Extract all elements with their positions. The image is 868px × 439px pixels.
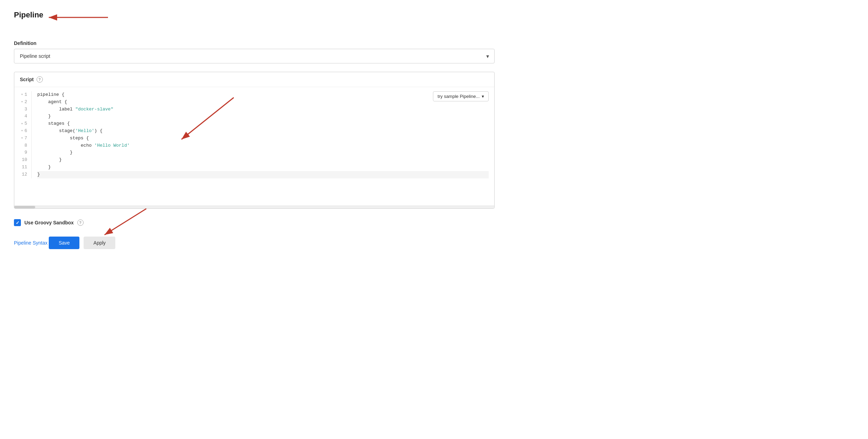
groovy-sandbox-row: Use Groovy Sandbox ?	[14, 219, 854, 226]
arrow-pipeline	[42, 8, 111, 29]
line-num-9: 9	[20, 149, 27, 156]
line-num-7: ▾7	[20, 135, 27, 142]
code-line-11: }	[37, 164, 489, 171]
save-button[interactable]: Save	[49, 237, 79, 249]
script-help-icon[interactable]: ?	[37, 76, 43, 83]
code-line-2: agent {	[37, 99, 489, 106]
line-numbers: ▾1 ▾2 3 4 ▾5 ▾6 ▾7 8 9 10 11 12	[14, 91, 32, 178]
pipeline-syntax-link[interactable]: Pipeline Syntax	[14, 240, 48, 246]
code-line-1: pipeline {	[37, 91, 489, 99]
code-line-7: steps {	[37, 135, 489, 142]
chevron-down-icon: ▾	[482, 94, 484, 99]
code-line-5: stages {	[37, 120, 489, 128]
script-section: Script ? try sample Pipeline... ▾ ▾1 ▾2 …	[14, 72, 495, 209]
script-editor[interactable]: try sample Pipeline... ▾ ▾1 ▾2 3 4 ▾5 ▾6…	[14, 87, 494, 206]
script-label: Script	[20, 77, 34, 82]
try-sample-button[interactable]: try sample Pipeline... ▾	[433, 91, 489, 101]
script-scrollbar[interactable]	[14, 206, 494, 208]
script-header: Script ?	[14, 72, 494, 87]
line-num-1: ▾1	[20, 91, 27, 99]
groovy-sandbox-checkbox[interactable]	[14, 219, 21, 226]
code-container[interactable]: ▾1 ▾2 3 4 ▾5 ▾6 ▾7 8 9 10 11 12 pipeline…	[14, 87, 494, 183]
code-line-9: }	[37, 149, 489, 156]
line-num-12: 12	[20, 171, 27, 178]
groovy-sandbox-label: Use Groovy Sandbox	[24, 220, 74, 225]
line-num-5: ▾5	[20, 120, 27, 128]
line-num-8: 8	[20, 142, 27, 149]
line-num-6: ▾6	[20, 128, 27, 135]
code-line-6: stage('Hello') {	[37, 128, 489, 135]
code-lines[interactable]: pipeline { agent { label "docker-slave" …	[32, 91, 494, 178]
page-title: Pipeline	[14, 10, 43, 20]
line-num-3: 3	[20, 106, 27, 113]
line-num-11: 11	[20, 164, 27, 171]
code-line-4: }	[37, 113, 489, 120]
apply-button[interactable]: Apply	[84, 237, 115, 249]
scrollbar-thumb[interactable]	[14, 206, 35, 208]
code-line-3: label "docker-slave"	[37, 106, 489, 113]
definition-select[interactable]: Pipeline script Pipeline script from SCM	[14, 49, 495, 63]
code-line-12: }	[37, 171, 489, 178]
groovy-sandbox-help-icon[interactable]: ?	[77, 220, 84, 226]
code-line-10: }	[37, 156, 489, 164]
code-line-8: echo 'Hello World'	[37, 142, 489, 149]
line-num-2: ▾2	[20, 99, 27, 106]
line-num-10: 10	[20, 156, 27, 164]
line-num-4: 4	[20, 113, 27, 120]
definition-select-wrapper: Pipeline script Pipeline script from SCM…	[14, 49, 495, 63]
definition-label: Definition	[14, 40, 854, 46]
button-row: Save Apply	[49, 237, 115, 249]
